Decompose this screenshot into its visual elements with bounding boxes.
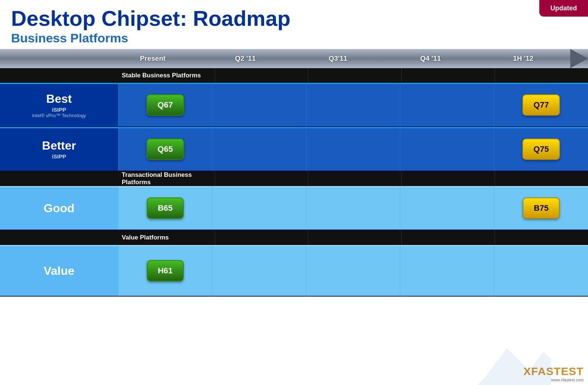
label-better: Better iSIPP xyxy=(0,127,118,171)
chip-q67: Q67 xyxy=(146,94,184,116)
label-good: Good xyxy=(0,186,118,230)
row-subtitle2-best: Intel® vPro™ Technology xyxy=(32,113,86,118)
brand-label: XFASTEST xyxy=(523,365,584,378)
row-best: Best iSIPP Intel® vPro™ Technology Q67 Q… xyxy=(0,83,588,127)
cell-better-present: Q65 xyxy=(118,127,212,171)
row-subtitle-better: iSIPP xyxy=(52,153,66,160)
cell-good-q3 xyxy=(306,186,400,230)
section-header-transactional: Transactional Business Platforms xyxy=(0,171,588,186)
cell-best-q2 xyxy=(212,83,306,127)
section-title-stable: Stable Business Platforms xyxy=(118,72,215,79)
chip-b65: B65 xyxy=(147,197,184,219)
chip-q75: Q75 xyxy=(522,139,560,160)
cell-best-q4 xyxy=(400,83,494,127)
chip-b75: B75 xyxy=(523,197,560,219)
row-better: Better iSIPP Q65 Q75 xyxy=(0,127,588,171)
updated-badge: Updated xyxy=(539,0,588,17)
xfastest-logo-area: XFASTEST www.xfastest.com xyxy=(523,365,584,382)
cell-better-q4 xyxy=(400,127,494,171)
brand-url: www.xfastest.com xyxy=(523,378,584,382)
cell-good-q2 xyxy=(212,186,306,230)
row-title-better: Better xyxy=(42,139,76,153)
label-best: Best iSIPP Intel® vPro™ Technology xyxy=(0,83,118,127)
label-value: Value xyxy=(0,245,118,297)
col-label-q2: Q2 '11 xyxy=(199,55,292,63)
main-title: Desktop Chipset: Roadmap xyxy=(11,7,577,30)
cell-value-q3 xyxy=(306,245,400,297)
cell-better-1h12: Q75 xyxy=(494,127,588,171)
cell-best-1h12: Q77 xyxy=(494,83,588,127)
cell-best-present: Q67 xyxy=(118,83,212,127)
table-area: Stable Business Platforms Best iSIPP Int… xyxy=(0,68,588,297)
section-header-value: Value Platforms xyxy=(0,230,588,245)
row-good: Good B65 B75 xyxy=(0,186,588,230)
col-label-q4: Q4 '11 xyxy=(384,55,477,63)
cell-good-1h12: B75 xyxy=(494,186,588,230)
row-title-value: Value xyxy=(44,264,75,278)
row-title-best: Best xyxy=(46,92,72,106)
section-title-value: Value Platforms xyxy=(118,234,215,241)
cell-good-present: B65 xyxy=(118,186,212,230)
col-label-q3: Q3'11 xyxy=(292,55,384,63)
row-subtitle-best: iSIPP xyxy=(52,106,66,113)
row-title-good: Good xyxy=(44,202,75,215)
header: Desktop Chipset: Roadmap Business Platfo… xyxy=(0,0,588,49)
chip-q77: Q77 xyxy=(522,94,560,116)
sub-title: Business Platforms xyxy=(11,31,577,45)
cell-value-q2 xyxy=(212,245,306,297)
chip-h61: H61 xyxy=(147,260,184,281)
row-value: Value H61 xyxy=(0,245,588,297)
cell-value-q4 xyxy=(400,245,494,297)
cell-best-q3 xyxy=(306,83,400,127)
col-label-1h12: 1H '12 xyxy=(477,55,570,63)
section-header-stable: Stable Business Platforms xyxy=(0,68,588,83)
cell-value-present: H61 xyxy=(118,245,212,297)
cell-better-q3 xyxy=(306,127,400,171)
section-title-transactional: Transactional Business Platforms xyxy=(118,171,215,186)
col-label-present: Present xyxy=(107,55,199,63)
cell-better-q2 xyxy=(212,127,306,171)
chip-q65: Q65 xyxy=(146,139,184,160)
cell-good-q4 xyxy=(400,186,494,230)
cell-value-1h12 xyxy=(494,245,588,297)
timeline-bar: Present Q2 '11 Q3'11 Q4 '11 1H '12 xyxy=(0,49,588,68)
